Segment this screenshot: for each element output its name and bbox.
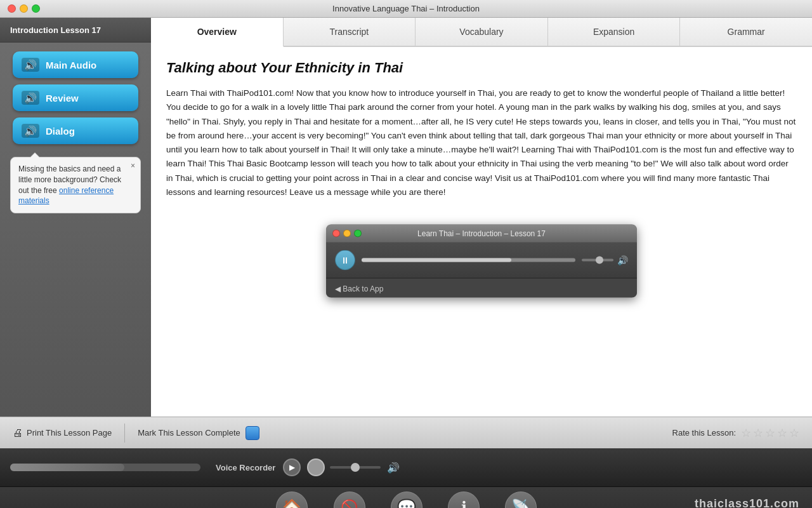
back-to-app-button[interactable]: ◀ Back to App (326, 278, 637, 298)
print-label: Print This Lesson Page (27, 428, 112, 438)
star-5[interactable]: ☆ (789, 426, 799, 440)
volume-area: 🔊 (582, 255, 628, 265)
maximize-button[interactable] (32, 4, 40, 13)
window-title: Innovative Language Thai – Introduction (332, 4, 480, 13)
main-audio-label: Main Audio (46, 60, 96, 70)
main-content: Overview Transcript Vocabulary Expansion… (151, 18, 812, 417)
sidebar-buttons: 🔊 Main Audio 🔊 Review 🔊 Dialog (0, 43, 151, 153)
app-container: Introduction Lesson 17 🔊 Main Audio 🔊 Re… (0, 18, 812, 417)
vr-volume-slider[interactable] (330, 466, 381, 469)
player-window-controls[interactable] (332, 230, 362, 237)
review-label: Review (46, 93, 79, 104)
info-bubble-close[interactable]: × (131, 161, 135, 171)
sidebar: Introduction Lesson 17 🔊 Main Audio 🔊 Re… (0, 18, 151, 417)
star-2[interactable]: ☆ (753, 426, 763, 440)
lesson-body-text: Learn Thai with ThaiPod101.com! Now that… (166, 86, 797, 199)
feedback-icon: 💬 (391, 491, 422, 509)
audio-player-container: Learn Thai – Introduction – Lesson 17 ⏸ … (326, 225, 637, 298)
speaker-icon: 🔊 (22, 58, 39, 72)
tab-vocabulary[interactable]: Vocabulary (416, 18, 548, 46)
rate-lesson-area: Rate this Lesson: ☆ ☆ ☆ ☆ ☆ (672, 426, 799, 440)
star-1[interactable]: ☆ (741, 426, 751, 440)
player-title: Learn Thai – Introduction – Lesson 17 (417, 229, 546, 238)
review-button[interactable]: 🔊 Review (13, 84, 138, 111)
brand-name: thaiclass101.com (695, 497, 799, 508)
nav-bottom: 🏠 Start Page 🚫 Reference 💬 Feedback ℹ Ab… (0, 486, 812, 508)
content-area: Talking about Your Ethnicity in Thai Lea… (151, 47, 812, 417)
star-4[interactable]: ☆ (777, 426, 787, 440)
lesson-content-title: Talking about Your Ethnicity in Thai (166, 60, 797, 76)
volume-knob (596, 257, 603, 264)
dialog-button[interactable]: 🔊 Dialog (13, 117, 138, 144)
vr-volume-knob (351, 463, 360, 472)
bottom-toolbar: 🖨 Print This Lesson Page Mark This Lesso… (0, 417, 812, 448)
player-maximize-button[interactable] (354, 230, 362, 237)
nav-reference[interactable]: 🚫 Reference (334, 491, 366, 509)
tab-overview[interactable]: Overview (151, 18, 284, 47)
player-minimize-button[interactable] (343, 230, 351, 237)
reference-icon: 🚫 (334, 491, 365, 509)
nav-start-page[interactable]: 🏠 Start Page (275, 491, 308, 509)
tab-transcript[interactable]: Transcript (284, 18, 416, 46)
nav-about-us[interactable]: ℹ About Us (448, 491, 480, 509)
audio-progress-fill (362, 258, 511, 262)
voice-recorder-label: Voice Recorder (216, 463, 275, 472)
sidebar-header: Introduction Lesson 17 (0, 18, 151, 43)
vr-record-button[interactable] (307, 458, 325, 476)
audio-player: Learn Thai – Introduction – Lesson 17 ⏸ … (326, 225, 637, 298)
player-controls: ⏸ 🔊 (326, 243, 637, 278)
mark-complete-button[interactable]: Mark This Lesson Complete (138, 426, 259, 440)
mark-complete-label: Mark This Lesson Complete (138, 428, 240, 438)
vr-play-button[interactable]: ▶ (283, 458, 301, 476)
nav-feedback[interactable]: 💬 Feedback (391, 491, 422, 509)
audio-progress-bar[interactable] (362, 258, 575, 262)
about-us-icon: ℹ (448, 491, 480, 509)
play-pause-button[interactable]: ⏸ (335, 250, 355, 271)
dialog-label: Dialog (46, 126, 75, 137)
news-icon: 📡 (505, 491, 537, 509)
star-rating[interactable]: ☆ ☆ ☆ ☆ ☆ (741, 426, 799, 440)
recorder-progress-fill (10, 464, 124, 471)
back-to-app-label: ◀ Back to App (335, 284, 383, 293)
print-lesson-button[interactable]: 🖨 Print This Lesson Page (13, 427, 112, 439)
voice-recorder-controls: ▶ (283, 458, 325, 476)
main-audio-button[interactable]: 🔊 Main Audio (13, 51, 138, 78)
rate-label: Rate this Lesson: (672, 428, 736, 438)
brand-area: thaiclass101.com get your free lifetime … (695, 497, 799, 508)
window-controls[interactable] (8, 4, 40, 13)
vr-volume-area: 🔊 (330, 462, 400, 474)
voice-recorder-bar: Voice Recorder ▶ 🔊 (0, 448, 812, 486)
info-bubble: × Missing the basics and need a little m… (10, 157, 141, 213)
star-3[interactable]: ☆ (765, 426, 775, 440)
tab-expansion[interactable]: Expansion (548, 18, 681, 46)
minimize-button[interactable] (20, 4, 28, 13)
tab-bar: Overview Transcript Vocabulary Expansion… (151, 18, 812, 47)
printer-icon: 🖨 (13, 427, 23, 439)
recorder-progress-area[interactable] (10, 464, 200, 471)
volume-slider[interactable] (582, 259, 613, 262)
title-bar: Innovative Language Thai – Introduction (0, 0, 812, 18)
mark-complete-checkbox[interactable] (246, 426, 259, 440)
toolbar-divider-1 (124, 424, 125, 443)
tab-grammar[interactable]: Grammar (680, 18, 812, 46)
lesson-title: Introduction Lesson 17 (10, 25, 101, 35)
start-page-icon: 🏠 (276, 491, 308, 509)
close-button[interactable] (8, 4, 16, 13)
speaker-icon-3: 🔊 (22, 124, 39, 138)
volume-speaker-icon: 🔊 (617, 255, 628, 265)
vr-speaker-icon: 🔊 (387, 462, 400, 474)
speaker-icon-2: 🔊 (22, 91, 39, 105)
player-title-bar: Learn Thai – Introduction – Lesson 17 (326, 225, 637, 243)
nav-news[interactable]: 📡 News (505, 491, 537, 509)
player-close-button[interactable] (332, 230, 340, 237)
